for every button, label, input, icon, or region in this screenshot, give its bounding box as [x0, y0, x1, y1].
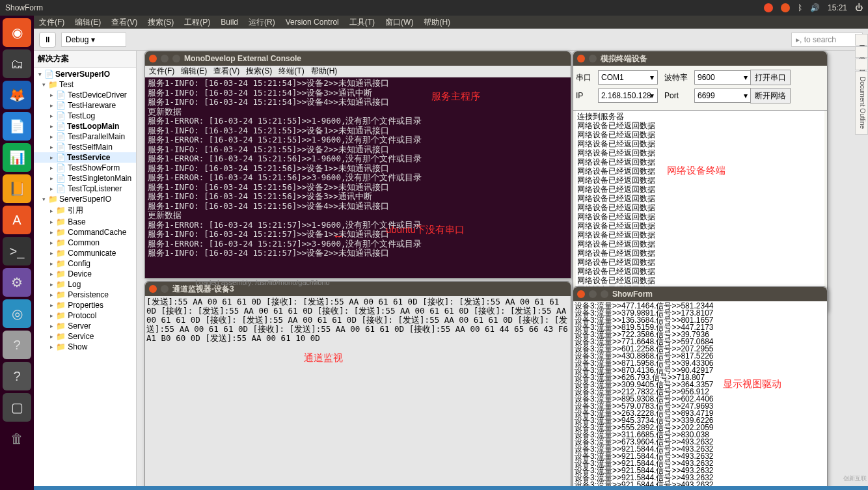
menu-window[interactable]: 窗口(W) — [385, 17, 413, 28]
console-menubar: 文件(F) 编辑(E) 查看(V) 搜索(S) 终端(T) 帮助(H) — [145, 66, 571, 77]
console-output[interactable]: 服务1-INFO: [16-03-24 15:21:54]>>设备2>>未知通讯… — [145, 77, 571, 278]
app-icon[interactable]: ▢ — [3, 393, 31, 422]
files-icon[interactable]: 🗂 — [3, 49, 31, 78]
search-input[interactable]: ▸, to search — [791, 33, 863, 47]
test-item-TestLoopMain[interactable]: ▸📄 TestLoopMain — [34, 121, 136, 131]
test-item-TestSelfMain[interactable]: ▸📄 TestSelfMain — [34, 142, 136, 152]
showform-output[interactable]: 设备3:流量>>477.1464.信号>>581.2344设备3:流量>>379… — [573, 301, 827, 490]
side-tab-toolbox[interactable]: 工具箱 — [855, 34, 868, 46]
close-icon[interactable] — [577, 55, 585, 62]
spiral-icon[interactable]: ◎ — [3, 299, 31, 328]
config-select[interactable]: Debug ▾ — [61, 33, 126, 47]
ubuntu-launcher: ◉ 🗂 🦊 📄 📊 📙 A >_ ⚙ ◎ ? ? ▢ 🗑 — [0, 16, 34, 490]
dash-icon[interactable]: ◉ — [3, 18, 31, 47]
menu-help[interactable]: 帮助(H) — [424, 17, 450, 28]
minimize-icon[interactable] — [161, 285, 169, 293]
baud-select[interactable] — [694, 70, 752, 85]
lib-item-Base[interactable]: ▸📁 Base — [34, 217, 136, 227]
lib-item-Communicate[interactable]: ▸📁 Communicate — [34, 248, 136, 258]
menu-view[interactable]: 查看(V) — [111, 17, 137, 28]
dropdown-icon[interactable]: ▾ — [650, 73, 654, 82]
console-menu-view[interactable]: 查看(V) — [213, 66, 239, 77]
lib-item-Show[interactable]: ▸📁 Show — [34, 342, 136, 352]
lib-item-Properties[interactable]: ▸📁 Properties — [34, 300, 136, 310]
lib-item-Server[interactable]: ▸📁 Server — [34, 321, 136, 331]
lib-item-Device[interactable]: ▸📁 Device — [34, 269, 136, 279]
port-input[interactable] — [694, 88, 752, 103]
writer-icon[interactable]: 📄 — [3, 112, 31, 141]
solution-title: 解决方案 — [34, 51, 136, 68]
bluetooth-icon[interactable]: ᛒ — [798, 3, 802, 12]
pause-button[interactable]: ⏸ — [39, 32, 56, 48]
clock[interactable]: 15:21 — [828, 3, 847, 12]
lib-item-Service[interactable]: ▸📁 Service — [34, 331, 136, 342]
side-tab-outline[interactable]: Document Outline — [855, 71, 868, 135]
calc-icon[interactable]: 📊 — [3, 143, 31, 172]
test-item-TestParallelMain[interactable]: ▸📄 TestParallelMain — [34, 131, 136, 142]
network-icon[interactable] — [764, 3, 773, 12]
test-item-TestLog[interactable]: ▸📄 TestLog — [34, 111, 136, 121]
firefox-icon[interactable]: 🦊 — [3, 81, 31, 109]
minimize-icon[interactable] — [161, 55, 169, 62]
test-item-TestSingletonMain[interactable]: ▸📄 TestSingletonMain — [34, 173, 136, 184]
lib-item-Protocol[interactable]: ▸📁 Protocol — [34, 310, 136, 321]
dropdown-icon[interactable]: ▾ — [650, 91, 654, 100]
console-menu-term[interactable]: 终端(T) — [278, 66, 304, 77]
side-tab-props[interactable]: 属性 — [855, 59, 868, 70]
lib-item-Config[interactable]: ▸📁 Config — [34, 258, 136, 269]
console-menu-file[interactable]: 文件(F) — [149, 66, 174, 77]
console-menu-help[interactable]: 帮助(H) — [311, 66, 338, 77]
status-icon[interactable] — [781, 3, 790, 12]
settings-icon[interactable]: ⚙ — [3, 268, 31, 297]
side-tab-tests[interactable]: 单元测试 — [855, 46, 868, 58]
ip-input[interactable] — [598, 88, 658, 103]
test-item-TestService[interactable]: ▸📄 TestService — [34, 152, 136, 163]
menu-edit[interactable]: 编辑(E) — [75, 17, 101, 28]
disconnect-button[interactable]: 断开网络 — [750, 88, 791, 103]
serial-select[interactable] — [598, 70, 658, 85]
channel-output[interactable]: [发送]:55 AA 00 61 61 0D [接收]: [发送]:55 AA … — [145, 296, 571, 490]
close-icon[interactable] — [577, 290, 585, 298]
lib-item-引用[interactable]: ▸📁 引用 — [34, 204, 136, 217]
menu-run[interactable]: 运行(R) — [249, 17, 275, 28]
menu-vc[interactable]: Version Control — [286, 18, 339, 27]
test-item-TestDeviceDriver[interactable]: ▸📄 TestDeviceDriver — [34, 90, 136, 100]
console-menu-edit[interactable]: 编辑(E) — [181, 66, 207, 77]
console-menu-search[interactable]: 搜索(S) — [246, 66, 272, 77]
folder-test[interactable]: ▾📁 Test — [34, 79, 136, 90]
trash-icon[interactable]: 🗑 — [3, 424, 31, 453]
power-icon[interactable]: ⏻ — [855, 3, 863, 12]
menu-tools[interactable]: 工具(T) — [349, 17, 375, 28]
dropdown-icon[interactable]: ▾ — [744, 73, 748, 82]
software-icon[interactable]: A — [3, 206, 31, 234]
device-log[interactable]: 连接到服务器网络设备已经返回数据网络设备已经返回数据网络设备已经返回数据网络设备… — [576, 111, 824, 310]
lib-item-Log[interactable]: ▸📁 Log — [34, 279, 136, 290]
lib-item-Common[interactable]: ▸📁 Common — [34, 238, 136, 248]
dropdown-icon[interactable]: ▾ — [744, 91, 748, 100]
help-icon[interactable]: ? — [3, 331, 31, 359]
maximize-icon[interactable] — [601, 290, 608, 298]
close-icon[interactable] — [149, 285, 157, 293]
test-item-TestHareware[interactable]: ▸📄 TestHareware — [34, 100, 136, 111]
folder-lib[interactable]: ▾📁 ServerSuperIO — [34, 194, 136, 204]
close-icon[interactable] — [149, 55, 157, 62]
minimize-icon[interactable] — [589, 55, 597, 62]
lib-item-CommandCache[interactable]: ▸📁 CommandCache — [34, 227, 136, 238]
test-item-TestTcpListener[interactable]: ▸📄 TestTcpListener — [34, 184, 136, 194]
menu-project[interactable]: 工程(P) — [184, 17, 210, 28]
console-title: MonoDevelop External Console — [184, 54, 567, 63]
menu-search[interactable]: 搜索(S) — [148, 17, 174, 28]
question-icon[interactable]: ? — [3, 362, 31, 390]
showform-title: ShowForm — [612, 290, 823, 299]
menu-build[interactable]: Build — [221, 18, 238, 27]
sound-icon[interactable]: 🔊 — [810, 3, 820, 12]
minimize-icon[interactable] — [589, 290, 597, 298]
open-serial-button[interactable]: 打开串口 — [750, 70, 791, 85]
test-item-TestShowForm[interactable]: ▸📄 TestShowForm — [34, 163, 136, 173]
terminal-icon[interactable]: >_ — [3, 237, 31, 265]
lib-item-Persistence[interactable]: ▸📁 Persistence — [34, 290, 136, 300]
menu-file[interactable]: 文件(F) — [39, 17, 64, 28]
maximize-icon[interactable] — [172, 55, 180, 62]
impress-icon[interactable]: 📙 — [3, 174, 31, 203]
solution-root[interactable]: ▾📄 ServerSuperIO — [34, 69, 136, 79]
